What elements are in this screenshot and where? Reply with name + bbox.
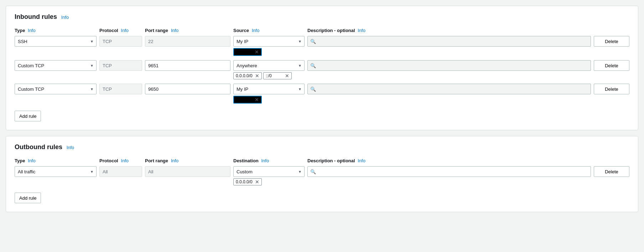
outbound-header: Outbound rules Info xyxy=(15,143,629,151)
inbound-rule-3-protocol xyxy=(99,84,142,94)
outbound-rule-1-destination-select[interactable]: Custom Anywhere My IP xyxy=(233,166,305,177)
outbound-rule-1-type-wrapper: All traffic SSH Custom TCP ▼ xyxy=(15,166,97,177)
outbound-info-link[interactable]: Info xyxy=(67,145,74,150)
outbound-col-port-info[interactable]: Info xyxy=(171,158,179,163)
outbound-col-protocol: Protocol Info xyxy=(99,158,142,163)
inbound-rule-2-search-wrapper: 🔍 xyxy=(307,60,591,71)
outbound-col-destination: Destination Info xyxy=(233,158,305,163)
inbound-rule-3-source-wrapper: My IP Anywhere Custom ▼ xyxy=(233,84,305,94)
outbound-rule-1-delete-button[interactable]: Delete xyxy=(594,166,629,177)
inbound-rule-2-protocol xyxy=(99,60,142,71)
inbound-col-port-info[interactable]: Info xyxy=(171,28,179,33)
outbound-col-description: Description - optional Info xyxy=(307,158,591,163)
tag-close-icon[interactable]: ✕ xyxy=(255,73,259,78)
inbound-rule-3-port[interactable] xyxy=(145,84,230,94)
inbound-rule-1-tag-1: /32 ✕ xyxy=(233,48,262,56)
outbound-title: Outbound rules xyxy=(15,143,62,151)
inbound-col-description-info[interactable]: Info xyxy=(358,28,365,33)
outbound-rules-section: Outbound rules Info Type Info Protocol I… xyxy=(6,136,638,212)
inbound-rule-1-row: SSH Custom TCP All traffic ▼ My IP Anywh… xyxy=(15,36,629,47)
outbound-col-port: Port range Info xyxy=(145,158,230,163)
outbound-col-type: Type Info xyxy=(15,158,97,163)
outbound-rule-1: All traffic SSH Custom TCP ▼ Custom Anyw… xyxy=(15,166,629,185)
inbound-rule-2-delete-button[interactable]: Delete xyxy=(594,60,629,71)
outbound-rule-1-tags-row: 0.0.0.0/0 ✕ xyxy=(15,178,629,185)
outbound-add-rule-button[interactable]: Add rule xyxy=(15,193,41,203)
outbound-col-type-info[interactable]: Info xyxy=(28,158,36,163)
outbound-col-destination-info[interactable]: Info xyxy=(261,158,269,163)
inbound-rules-section: Inbound rules Info Type Info Protocol In… xyxy=(6,6,638,130)
inbound-rule-2-port[interactable] xyxy=(145,60,230,71)
inbound-col-source: Source Info xyxy=(233,28,305,33)
tag-close-icon[interactable]: ✕ xyxy=(255,49,259,54)
tag-close-icon[interactable]: ✕ xyxy=(255,97,259,102)
inbound-rule-3-delete-button[interactable]: Delete xyxy=(594,84,629,94)
inbound-rule-2-row: Custom TCP SSH All traffic ▼ Anywhere My… xyxy=(15,60,629,71)
inbound-rule-1: SSH Custom TCP All traffic ▼ My IP Anywh… xyxy=(15,36,629,56)
outbound-rule-1-protocol xyxy=(99,166,142,177)
inbound-rule-3-source-select[interactable]: My IP Anywhere Custom xyxy=(233,84,305,94)
inbound-rule-1-tags-row: /32 ✕ xyxy=(15,48,629,56)
inbound-rule-2: Custom TCP SSH All traffic ▼ Anywhere My… xyxy=(15,60,629,79)
inbound-rule-1-search-wrapper: 🔍 xyxy=(307,36,591,47)
inbound-rule-1-search-input[interactable] xyxy=(307,36,591,47)
inbound-rule-1-source-select[interactable]: My IP Anywhere Custom xyxy=(233,36,305,47)
outbound-rule-1-port xyxy=(145,166,230,177)
inbound-header: Inbound rules Info xyxy=(15,13,629,21)
inbound-rule-2-source-select[interactable]: Anywhere My IP Custom xyxy=(233,60,305,71)
inbound-col-type: Type Info xyxy=(15,28,97,33)
inbound-rule-2-type-wrapper: Custom TCP SSH All traffic ▼ xyxy=(15,60,97,71)
outbound-rule-1-tag-1: 0.0.0.0/0 ✕ xyxy=(233,178,262,185)
outbound-rule-1-search-input[interactable] xyxy=(307,166,591,177)
inbound-rule-2-tag-2: ::/0 ✕ xyxy=(263,72,292,79)
outbound-rule-1-tags-area: 0.0.0.0/0 ✕ xyxy=(233,178,591,185)
tag-close-icon[interactable]: ✕ xyxy=(255,179,259,184)
outbound-rule-1-row: All traffic SSH Custom TCP ▼ Custom Anyw… xyxy=(15,166,629,177)
inbound-rule-3-search-input[interactable] xyxy=(307,84,591,94)
inbound-col-type-info[interactable]: Info xyxy=(28,28,36,33)
inbound-col-protocol-info[interactable]: Info xyxy=(121,28,129,33)
inbound-col-port: Port range Info xyxy=(145,28,230,33)
inbound-rule-3-row: Custom TCP SSH All traffic ▼ My IP Anywh… xyxy=(15,84,629,94)
outbound-table-header: Type Info Protocol Info Port range Info … xyxy=(15,158,629,163)
outbound-col-description-info[interactable]: Info xyxy=(358,158,365,163)
inbound-rule-3-tag-1: /32 ✕ xyxy=(233,96,262,104)
inbound-rule-3-type-wrapper: Custom TCP SSH All traffic ▼ xyxy=(15,84,97,94)
inbound-rule-1-port xyxy=(145,36,230,47)
inbound-col-description: Description - optional Info xyxy=(307,28,591,33)
inbound-rule-1-delete-button[interactable]: Delete xyxy=(594,36,629,47)
inbound-rule-3-tags-area: /32 ✕ xyxy=(233,96,591,104)
inbound-rule-2-type-select[interactable]: Custom TCP SSH All traffic xyxy=(15,60,97,71)
inbound-rule-2-search-input[interactable] xyxy=(307,60,591,71)
inbound-rule-2-source-wrapper: Anywhere My IP Custom ▼ xyxy=(233,60,305,71)
inbound-table-header: Type Info Protocol Info Port range Info … xyxy=(15,28,629,33)
inbound-rule-1-type-wrapper: SSH Custom TCP All traffic ▼ xyxy=(15,36,97,47)
inbound-rule-3-type-select[interactable]: Custom TCP SSH All traffic xyxy=(15,84,97,94)
inbound-rule-1-tags-area: /32 ✕ xyxy=(233,48,591,56)
inbound-col-source-info[interactable]: Info xyxy=(252,28,260,33)
inbound-rule-1-type-select[interactable]: SSH Custom TCP All traffic xyxy=(15,36,97,47)
inbound-rule-1-protocol xyxy=(99,36,142,47)
outbound-rule-1-type-select[interactable]: All traffic SSH Custom TCP xyxy=(15,166,97,177)
inbound-rule-2-tag-1: 0.0.0.0/0 ✕ xyxy=(233,72,262,79)
inbound-title: Inbound rules xyxy=(15,13,57,20)
inbound-rule-2-tags-row: 0.0.0.0/0 ✕ ::/0 ✕ xyxy=(15,72,629,79)
outbound-col-protocol-info[interactable]: Info xyxy=(121,158,129,163)
outbound-rule-1-destination-wrapper: Custom Anywhere My IP ▼ xyxy=(233,166,305,177)
inbound-rule-3-tags-row: /32 ✕ xyxy=(15,96,629,104)
inbound-rule-3-search-wrapper: 🔍 xyxy=(307,84,591,94)
inbound-add-rule-button[interactable]: Add rule xyxy=(15,111,41,121)
outbound-rule-1-search-wrapper: 🔍 xyxy=(307,166,591,177)
inbound-info-link[interactable]: Info xyxy=(61,15,69,20)
inbound-col-protocol: Protocol Info xyxy=(99,28,142,33)
inbound-rule-3: Custom TCP SSH All traffic ▼ My IP Anywh… xyxy=(15,84,629,104)
inbound-rule-2-tags-area: 0.0.0.0/0 ✕ ::/0 ✕ xyxy=(233,72,591,79)
tag-close-icon[interactable]: ✕ xyxy=(285,73,289,78)
inbound-rule-1-source-wrapper: My IP Anywhere Custom ▼ xyxy=(233,36,305,47)
